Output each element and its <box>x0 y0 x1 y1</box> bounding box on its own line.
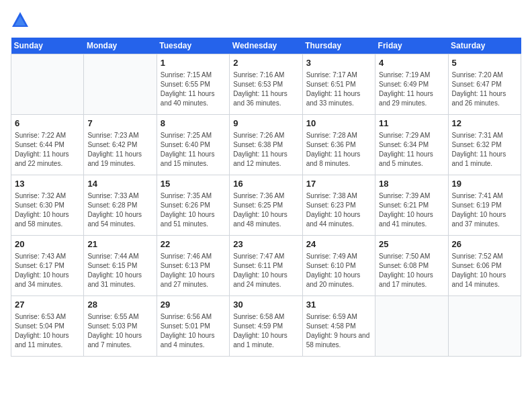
day-number: 25 <box>379 238 444 250</box>
calendar-cell: 12Sunrise: 7:31 AM Sunset: 6:32 PM Dayli… <box>448 115 521 175</box>
day-number: 27 <box>15 299 80 311</box>
day-info: Sunrise: 7:29 AM Sunset: 6:34 PM Dayligh… <box>379 131 444 169</box>
calendar-cell <box>84 54 157 115</box>
day-number: 17 <box>306 178 371 190</box>
day-info: Sunrise: 7:43 AM Sunset: 6:17 PM Dayligh… <box>15 252 80 289</box>
day-info: Sunrise: 7:38 AM Sunset: 6:23 PM Dayligh… <box>306 191 371 229</box>
calendar-cell <box>11 54 84 115</box>
calendar-cell <box>375 296 448 357</box>
calendar-cell: 22Sunrise: 7:46 AM Sunset: 6:13 PM Dayli… <box>157 236 229 296</box>
calendar-cell: 2Sunrise: 7:16 AM Sunset: 6:53 PM Daylig… <box>230 54 302 115</box>
day-info: Sunrise: 7:17 AM Sunset: 6:51 PM Dayligh… <box>306 71 371 108</box>
calendar-table: SundayMondayTuesdayWednesdayThursdayFrid… <box>11 38 521 357</box>
calendar-cell: 10Sunrise: 7:28 AM Sunset: 6:36 PM Dayli… <box>302 115 375 175</box>
calendar-cell: 6Sunrise: 7:22 AM Sunset: 6:44 PM Daylig… <box>11 115 84 175</box>
header-friday: Friday <box>375 38 448 54</box>
calendar-cell: 20Sunrise: 7:43 AM Sunset: 6:17 PM Dayli… <box>11 236 84 296</box>
calendar-cell <box>448 296 521 357</box>
day-info: Sunrise: 7:32 AM Sunset: 6:30 PM Dayligh… <box>15 191 80 229</box>
day-info: Sunrise: 7:44 AM Sunset: 6:15 PM Dayligh… <box>87 252 152 289</box>
header-tuesday: Tuesday <box>157 38 229 54</box>
day-number: 15 <box>161 178 226 190</box>
day-info: Sunrise: 7:15 AM Sunset: 6:55 PM Dayligh… <box>161 71 226 108</box>
day-info: Sunrise: 7:41 AM Sunset: 6:19 PM Dayligh… <box>452 191 517 229</box>
day-number: 6 <box>15 118 80 130</box>
calendar-week-5: 27Sunrise: 6:53 AM Sunset: 5:04 PM Dayli… <box>11 296 521 357</box>
calendar-cell: 30Sunrise: 6:58 AM Sunset: 4:59 PM Dayli… <box>230 296 302 357</box>
day-number: 9 <box>233 118 298 130</box>
day-number: 2 <box>233 57 298 69</box>
calendar-cell: 14Sunrise: 7:33 AM Sunset: 6:28 PM Dayli… <box>84 175 157 236</box>
calendar-week-2: 6Sunrise: 7:22 AM Sunset: 6:44 PM Daylig… <box>11 115 521 175</box>
day-number: 30 <box>233 299 298 311</box>
day-number: 7 <box>87 118 152 130</box>
day-info: Sunrise: 7:19 AM Sunset: 6:49 PM Dayligh… <box>379 71 444 108</box>
calendar-cell: 25Sunrise: 7:50 AM Sunset: 6:08 PM Dayli… <box>375 236 448 296</box>
day-info: Sunrise: 6:56 AM Sunset: 5:01 PM Dayligh… <box>161 312 226 350</box>
day-number: 28 <box>87 299 152 311</box>
day-info: Sunrise: 7:31 AM Sunset: 6:32 PM Dayligh… <box>452 131 517 169</box>
day-info: Sunrise: 7:23 AM Sunset: 6:42 PM Dayligh… <box>87 131 152 169</box>
day-info: Sunrise: 7:28 AM Sunset: 6:36 PM Dayligh… <box>306 131 371 169</box>
calendar-cell: 1Sunrise: 7:15 AM Sunset: 6:55 PM Daylig… <box>157 54 229 115</box>
day-number: 14 <box>87 178 152 190</box>
calendar-cell: 31Sunrise: 6:59 AM Sunset: 4:58 PM Dayli… <box>302 296 375 357</box>
day-number: 31 <box>306 299 371 311</box>
day-number: 13 <box>15 178 80 190</box>
day-number: 4 <box>379 57 444 69</box>
day-number: 23 <box>233 238 298 250</box>
day-number: 22 <box>161 238 226 250</box>
day-info: Sunrise: 7:16 AM Sunset: 6:53 PM Dayligh… <box>233 71 298 108</box>
logo <box>11 11 32 30</box>
calendar-cell: 13Sunrise: 7:32 AM Sunset: 6:30 PM Dayli… <box>11 175 84 236</box>
calendar-week-3: 13Sunrise: 7:32 AM Sunset: 6:30 PM Dayli… <box>11 175 521 236</box>
calendar-cell: 29Sunrise: 6:56 AM Sunset: 5:01 PM Dayli… <box>157 296 229 357</box>
day-info: Sunrise: 7:46 AM Sunset: 6:13 PM Dayligh… <box>161 252 226 289</box>
header-sunday: Sunday <box>11 38 84 54</box>
header-wednesday: Wednesday <box>230 38 302 54</box>
day-number: 29 <box>161 299 226 311</box>
day-number: 10 <box>306 118 371 130</box>
calendar-cell: 11Sunrise: 7:29 AM Sunset: 6:34 PM Dayli… <box>375 115 448 175</box>
day-number: 24 <box>306 238 371 250</box>
day-number: 5 <box>452 57 517 69</box>
calendar-cell: 21Sunrise: 7:44 AM Sunset: 6:15 PM Dayli… <box>84 236 157 296</box>
day-info: Sunrise: 7:39 AM Sunset: 6:21 PM Dayligh… <box>379 191 444 229</box>
calendar-cell: 27Sunrise: 6:53 AM Sunset: 5:04 PM Dayli… <box>11 296 84 357</box>
day-number: 11 <box>379 118 444 130</box>
day-number: 16 <box>233 178 298 190</box>
header-thursday: Thursday <box>302 38 375 54</box>
day-number: 8 <box>161 118 226 130</box>
day-info: Sunrise: 7:25 AM Sunset: 6:40 PM Dayligh… <box>161 131 226 169</box>
day-number: 12 <box>452 118 517 130</box>
day-number: 18 <box>379 178 444 190</box>
calendar-cell: 16Sunrise: 7:36 AM Sunset: 6:25 PM Dayli… <box>230 175 302 236</box>
day-info: Sunrise: 7:50 AM Sunset: 6:08 PM Dayligh… <box>379 252 444 289</box>
day-info: Sunrise: 7:49 AM Sunset: 6:10 PM Dayligh… <box>306 252 371 289</box>
day-info: Sunrise: 6:53 AM Sunset: 5:04 PM Dayligh… <box>15 312 80 350</box>
day-number: 3 <box>306 57 371 69</box>
calendar-cell: 7Sunrise: 7:23 AM Sunset: 6:42 PM Daylig… <box>84 115 157 175</box>
day-info: Sunrise: 7:20 AM Sunset: 6:47 PM Dayligh… <box>452 71 517 108</box>
calendar-week-1: 1Sunrise: 7:15 AM Sunset: 6:55 PM Daylig… <box>11 54 521 115</box>
logo-icon <box>11 11 30 30</box>
day-info: Sunrise: 7:47 AM Sunset: 6:11 PM Dayligh… <box>233 252 298 289</box>
page-header <box>11 11 521 30</box>
calendar-cell: 26Sunrise: 7:52 AM Sunset: 6:06 PM Dayli… <box>448 236 521 296</box>
calendar-cell: 23Sunrise: 7:47 AM Sunset: 6:11 PM Dayli… <box>230 236 302 296</box>
day-info: Sunrise: 7:33 AM Sunset: 6:28 PM Dayligh… <box>87 191 152 229</box>
calendar-cell: 24Sunrise: 7:49 AM Sunset: 6:10 PM Dayli… <box>302 236 375 296</box>
calendar-cell: 5Sunrise: 7:20 AM Sunset: 6:47 PM Daylig… <box>448 54 521 115</box>
calendar-cell: 15Sunrise: 7:35 AM Sunset: 6:26 PM Dayli… <box>157 175 229 236</box>
calendar-cell: 28Sunrise: 6:55 AM Sunset: 5:03 PM Dayli… <box>84 296 157 357</box>
day-info: Sunrise: 7:52 AM Sunset: 6:06 PM Dayligh… <box>452 252 517 289</box>
calendar-cell: 3Sunrise: 7:17 AM Sunset: 6:51 PM Daylig… <box>302 54 375 115</box>
calendar-cell: 17Sunrise: 7:38 AM Sunset: 6:23 PM Dayli… <box>302 175 375 236</box>
day-number: 1 <box>161 57 226 69</box>
day-info: Sunrise: 7:36 AM Sunset: 6:25 PM Dayligh… <box>233 191 298 229</box>
day-info: Sunrise: 6:58 AM Sunset: 4:59 PM Dayligh… <box>233 312 298 350</box>
day-number: 21 <box>87 238 152 250</box>
day-info: Sunrise: 6:59 AM Sunset: 4:58 PM Dayligh… <box>306 312 371 350</box>
day-number: 26 <box>452 238 517 250</box>
day-info: Sunrise: 7:35 AM Sunset: 6:26 PM Dayligh… <box>161 191 226 229</box>
